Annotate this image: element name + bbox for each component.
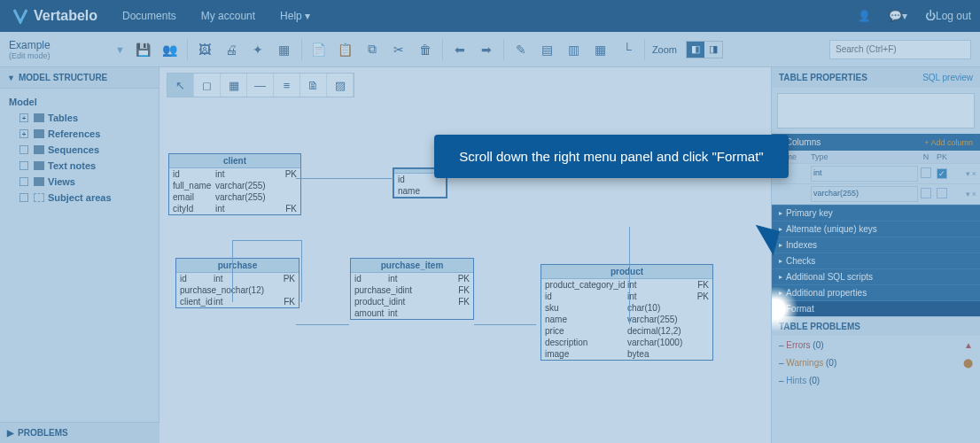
align-icon[interactable]: ▦ bbox=[589, 38, 612, 61]
panel-left-icon[interactable]: ◧ bbox=[687, 42, 704, 58]
sql-icon[interactable]: ▦ bbox=[273, 38, 296, 61]
chevron-down-icon: ▾ bbox=[305, 10, 310, 22]
acc-indexes[interactable]: ▸Indexes bbox=[772, 237, 980, 253]
brand-logo[interactable]: Vertabelo bbox=[0, 8, 110, 24]
nullable-checkbox[interactable] bbox=[921, 167, 931, 178]
area-tool[interactable]: ▨ bbox=[327, 74, 354, 97]
acc-additional-props[interactable]: ▸Additional properties bbox=[772, 284, 980, 300]
share-icon[interactable]: 👥 bbox=[159, 38, 182, 61]
nav-documents[interactable]: Documents bbox=[110, 10, 189, 22]
acc-alternate-keys[interactable]: ▸Alternate (unique) keys bbox=[772, 221, 980, 237]
table-header: client bbox=[169, 154, 300, 168]
align-center-icon[interactable]: ▥ bbox=[563, 38, 586, 61]
column-row[interactable]: varchar(255) ▾× bbox=[772, 184, 980, 205]
search-input[interactable] bbox=[829, 40, 971, 59]
table-tool[interactable]: ▦ bbox=[221, 74, 247, 97]
nav-account[interactable]: My account bbox=[189, 10, 268, 22]
tree-textnotes[interactable]: Text notes bbox=[4, 158, 155, 174]
instruction-tooltip: Scroll down the right menu panel and cli… bbox=[434, 135, 789, 178]
reference-tool[interactable]: — bbox=[247, 74, 274, 97]
marquee-tool[interactable]: ◻ bbox=[194, 74, 221, 97]
warnings-row[interactable]: – Warnings (0)⬤ bbox=[772, 354, 980, 371]
warning-icon: ⬤ bbox=[963, 358, 973, 368]
table-purchase[interactable]: purchase idintPK purchase_nochar(12) cli… bbox=[175, 258, 299, 308]
zoom-label: Zoom bbox=[652, 44, 677, 55]
canvas[interactable]: ↖ ◻ ▦ — ≡ 🗎 ▨ client idintPK full_nameva… bbox=[159, 67, 771, 443]
table-product[interactable]: product product_category_idintFK idintPK… bbox=[541, 264, 713, 361]
top-nav: Vertabelo Documents My account Help ▾ 👤 … bbox=[0, 0, 980, 32]
redo-icon[interactable]: ➡ bbox=[475, 38, 498, 61]
save-icon[interactable]: 💾 bbox=[132, 38, 155, 61]
undo-icon[interactable]: ⬅ bbox=[448, 38, 471, 61]
model-structure-header[interactable]: ▼MODEL STRUCTURE bbox=[0, 67, 159, 89]
acc-primary-key[interactable]: ▸Primary key bbox=[772, 205, 980, 221]
remove-icon[interactable]: × bbox=[972, 190, 976, 198]
columns-table-header: Name Type N PK bbox=[772, 151, 980, 164]
nav-help[interactable]: Help ▾ bbox=[268, 10, 323, 22]
print-icon[interactable]: 🖨 bbox=[220, 38, 243, 61]
tree-tables[interactable]: +Tables bbox=[4, 110, 155, 126]
left-panel: ▼MODEL STRUCTURE Model +Tables +Referenc… bbox=[0, 67, 159, 443]
table-purchase-item[interactable]: purchase_item idintPK purchase_idintFK p… bbox=[350, 258, 474, 320]
errors-row[interactable]: – Errors (0)▲ bbox=[772, 336, 980, 354]
tree-subjectareas[interactable]: Subject areas bbox=[4, 190, 155, 206]
sql-preview-link[interactable]: SQL preview bbox=[922, 73, 973, 82]
menu-icon[interactable]: ▾ bbox=[966, 169, 970, 178]
cut-icon[interactable]: ✂ bbox=[387, 38, 410, 61]
table-properties-header: TABLE PROPERTIES SQL preview bbox=[772, 67, 980, 88]
note-tool[interactable]: 🗎 bbox=[300, 74, 327, 97]
canvas-toolbar: ↖ ◻ ▦ — ≡ 🗎 ▨ bbox=[167, 73, 354, 97]
column-row[interactable]: int ✓ ▾× bbox=[772, 164, 980, 184]
tree-sequences[interactable]: Sequences bbox=[4, 142, 155, 158]
tree-references[interactable]: +References bbox=[4, 126, 155, 142]
image-icon[interactable]: 🖼 bbox=[193, 38, 216, 61]
menu-icon[interactable]: ▾ bbox=[966, 190, 970, 198]
chat-icon[interactable]: 💬▾ bbox=[880, 10, 916, 22]
error-icon: ▲ bbox=[964, 340, 973, 350]
nullable-checkbox[interactable] bbox=[921, 188, 931, 198]
paste-icon[interactable]: 📋 bbox=[334, 38, 357, 61]
duplicate-icon[interactable]: ⧉ bbox=[361, 38, 384, 61]
pk-checkbox[interactable] bbox=[937, 188, 947, 198]
problems-header[interactable]: ▶PROBLEMS bbox=[0, 422, 159, 443]
pointer-tool[interactable]: ↖ bbox=[167, 74, 194, 97]
acc-format[interactable]: ▸Format bbox=[772, 300, 980, 316]
xml-icon[interactable]: ✦ bbox=[246, 38, 269, 61]
delete-icon[interactable]: 🗑 bbox=[414, 38, 437, 61]
add-column-button[interactable]: + Add column bbox=[924, 138, 973, 147]
toolbar: Example (Edit mode) ▼ 💾 👥 🖼 🖨 ✦ ▦ 📄 📋 ⧉ … bbox=[0, 32, 980, 67]
document-name[interactable]: Example (Edit mode) bbox=[0, 35, 115, 64]
right-panel: TABLE PROPERTIES SQL preview ▾ Columns +… bbox=[771, 67, 980, 443]
tree-root[interactable]: Model bbox=[4, 94, 155, 110]
view-tool[interactable]: ≡ bbox=[274, 74, 300, 97]
user-icon[interactable]: 👤 bbox=[849, 10, 880, 22]
edit-icon[interactable]: ✎ bbox=[509, 38, 533, 61]
columns-section-header[interactable]: ▾ Columns + Add column bbox=[772, 134, 980, 151]
hints-row[interactable]: – Hints (0) bbox=[772, 371, 980, 389]
logout-button[interactable]: ⏻ Log out bbox=[916, 10, 980, 22]
dropdown-icon[interactable]: ▼ bbox=[115, 44, 125, 55]
table-header: purchase_item bbox=[351, 259, 473, 273]
view-toggle[interactable]: ◧ ◨ bbox=[686, 41, 723, 58]
panel-right-icon[interactable]: ◨ bbox=[704, 42, 722, 58]
table-client[interactable]: client idintPK full_namevarchar(255) ema… bbox=[168, 153, 301, 215]
acc-sql-scripts[interactable]: ▸Additional SQL scripts bbox=[772, 268, 980, 284]
pk-checkbox[interactable]: ✓ bbox=[937, 168, 947, 179]
copy-icon[interactable]: 📄 bbox=[307, 38, 331, 61]
ortho-icon[interactable]: └ bbox=[616, 38, 639, 61]
table-problems-header[interactable]: TABLE PROBLEMS bbox=[772, 316, 980, 336]
tree-views[interactable]: Views bbox=[4, 174, 155, 190]
acc-checks[interactable]: ▸Checks bbox=[772, 253, 980, 268]
remove-icon[interactable]: × bbox=[972, 169, 976, 178]
table-header: purchase bbox=[176, 259, 299, 273]
table-header: product bbox=[541, 265, 712, 279]
description-textarea[interactable] bbox=[777, 93, 975, 128]
type-select[interactable]: varchar(255) bbox=[811, 186, 918, 202]
align-left-icon[interactable]: ▤ bbox=[536, 38, 559, 61]
type-select[interactable]: int bbox=[811, 166, 918, 182]
